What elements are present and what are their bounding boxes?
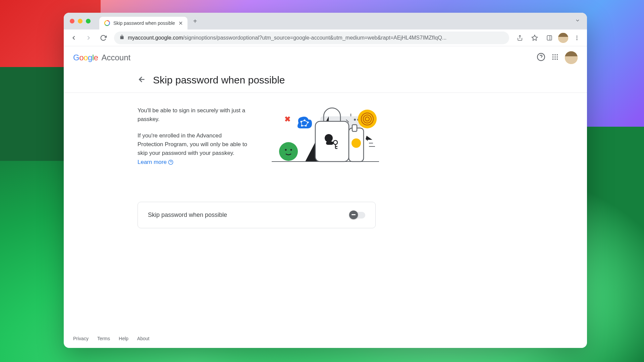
- svg-point-43: [290, 149, 292, 151]
- svg-point-5: [577, 36, 578, 37]
- close-tab-icon[interactable]: ✕: [178, 20, 183, 26]
- browser-menu-button[interactable]: [571, 32, 583, 44]
- intro-para-2: If you're enrolled in the Advanced Prote…: [138, 131, 248, 167]
- svg-point-7: [577, 39, 578, 40]
- svg-point-11: [554, 54, 556, 56]
- svg-point-23: [354, 119, 356, 121]
- privacy-link[interactable]: Privacy: [73, 336, 89, 341]
- footer: Privacy Terms Help About: [64, 329, 587, 348]
- about-link[interactable]: About: [137, 336, 150, 341]
- svg-marker-2: [532, 35, 538, 40]
- page-back-button[interactable]: [138, 75, 146, 85]
- svg-point-45: [325, 134, 333, 142]
- svg-rect-52: [352, 125, 357, 131]
- help-link[interactable]: Help: [119, 336, 128, 341]
- svg-point-53: [352, 138, 361, 148]
- window-controls: [70, 19, 91, 23]
- app-header: Google Account: [64, 46, 587, 69]
- page-title-row: Skip password when possible: [64, 69, 587, 93]
- forward-button[interactable]: [83, 32, 95, 44]
- account-avatar[interactable]: [565, 51, 578, 64]
- passkey-illustration: ✖: [268, 106, 382, 163]
- svg-point-16: [552, 59, 554, 60]
- help-circle-icon: [168, 160, 173, 165]
- terms-link[interactable]: Terms: [97, 336, 110, 341]
- browser-toolbar: myaccount.google.com/signinoptions/passw…: [64, 29, 587, 46]
- intro-para-1: You'll be able to sign in securely with …: [138, 106, 248, 124]
- svg-rect-46: [326, 141, 333, 145]
- svg-point-6: [577, 37, 578, 38]
- svg-rect-3: [547, 36, 552, 40]
- tab-title: Skip password when possible: [113, 20, 175, 26]
- close-window-button[interactable]: [70, 19, 74, 23]
- svg-point-25: [358, 110, 377, 128]
- svg-point-14: [554, 56, 556, 58]
- bookmark-button[interactable]: [529, 32, 541, 44]
- learn-more-link[interactable]: Learn more: [138, 158, 173, 167]
- toggle-card: Skip password when possible: [138, 202, 376, 228]
- toggle-label: Skip password when possible: [148, 212, 227, 219]
- svg-text:✖: ✖: [284, 115, 290, 123]
- tabs-menu-button[interactable]: [575, 18, 583, 24]
- svg-point-17: [554, 59, 556, 60]
- google-favicon-icon: [104, 20, 110, 26]
- tab-bar: Skip password when possible ✕ +: [64, 13, 587, 29]
- lock-icon: [119, 35, 124, 41]
- browser-window: Skip password when possible ✕ + myaccoun…: [64, 13, 587, 348]
- svg-point-13: [552, 56, 554, 58]
- address-bar[interactable]: myaccount.google.com/signinoptions/passw…: [114, 32, 509, 44]
- url-text: myaccount.google.com/signinoptions/passw…: [128, 35, 446, 41]
- apps-grid-button[interactable]: [551, 53, 559, 62]
- svg-marker-54: [367, 136, 372, 140]
- svg-point-41: [279, 142, 298, 161]
- svg-point-18: [557, 59, 558, 60]
- svg-point-10: [552, 54, 554, 56]
- help-button[interactable]: [537, 53, 545, 63]
- toggle-knob: [349, 210, 358, 219]
- account-label: Account: [101, 53, 130, 62]
- maximize-window-button[interactable]: [86, 19, 91, 23]
- svg-point-42: [285, 149, 287, 151]
- google-logo[interactable]: Google: [73, 53, 98, 62]
- browser-tab[interactable]: Skip password when possible ✕: [99, 17, 187, 29]
- svg-rect-44: [315, 121, 349, 162]
- reload-button[interactable]: [97, 32, 109, 44]
- skip-password-toggle[interactable]: [350, 212, 365, 219]
- share-button[interactable]: [514, 32, 526, 44]
- minimize-window-button[interactable]: [78, 19, 83, 23]
- svg-point-12: [557, 54, 558, 56]
- browser-profile-avatar[interactable]: [558, 33, 568, 43]
- page-title: Skip password when possible: [153, 74, 285, 86]
- svg-point-15: [557, 56, 558, 58]
- side-panel-button[interactable]: [543, 32, 555, 44]
- back-button[interactable]: [68, 32, 80, 44]
- new-tab-button[interactable]: +: [190, 16, 200, 26]
